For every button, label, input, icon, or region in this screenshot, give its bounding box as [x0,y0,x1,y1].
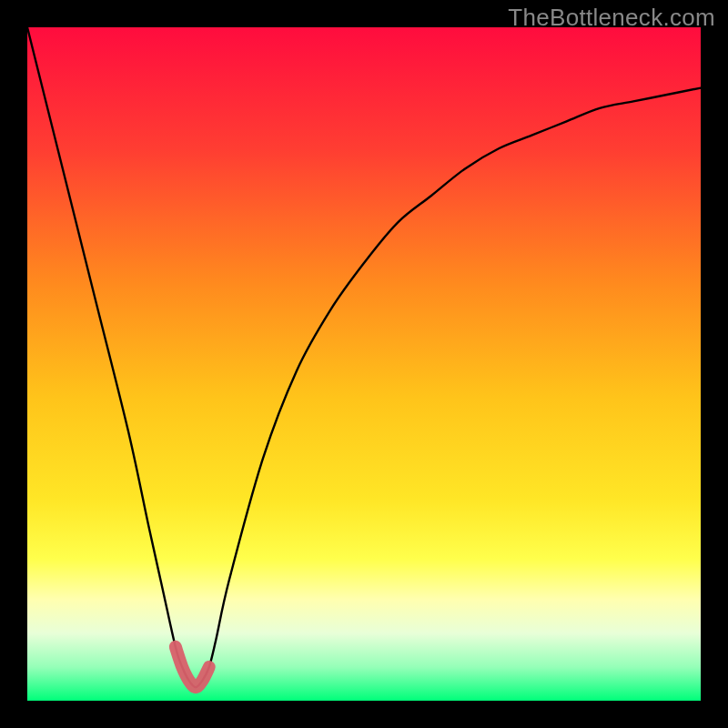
watermark-text: TheBottleneck.com [508,4,715,32]
optimal-marker [176,647,209,687]
bottleneck-curve [27,27,701,687]
chart-svg [27,27,701,701]
